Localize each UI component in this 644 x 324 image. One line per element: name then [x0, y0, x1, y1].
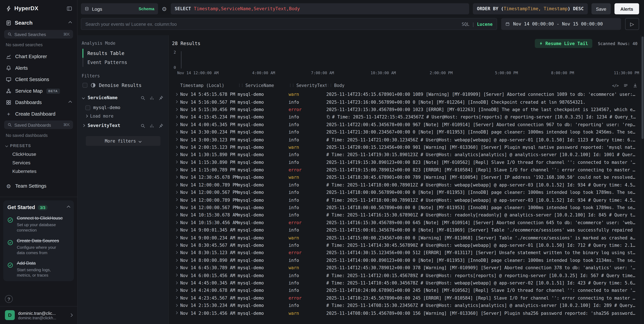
pin-icon[interactable]: [158, 95, 163, 100]
sidebar-item-team-settings[interactable]: ⚙ Team Settings: [0, 180, 77, 192]
expand-row-icon[interactable]: [172, 252, 180, 253]
sidebar-item-service-map[interactable]: Service Map BETA: [0, 85, 77, 97]
filter-group-severitytext[interactable]: SeverityText: [82, 120, 164, 131]
mode-event-patterns[interactable]: Event Patterns: [82, 58, 164, 67]
sidebar-item-alerts[interactable]: Alerts: [0, 62, 77, 74]
expand-row-icon[interactable]: [172, 169, 180, 170]
column-header-severitytext[interactable]: ⋮⋮SeverityText: [288, 83, 326, 88]
user-menu[interactable]: D dominic.tran@clic... dominic.tran@clic…: [0, 306, 77, 320]
sidebar-item-dashboards[interactable]: Dashboards: [0, 97, 77, 108]
copy-icon[interactable]: [326, 115, 330, 120]
source-select[interactable]: Logs Schema: [81, 3, 158, 14]
expand-row-icon[interactable]: [172, 124, 180, 126]
help-button[interactable]: ?: [5, 295, 12, 303]
expand-row-icon[interactable]: [172, 139, 180, 141]
drag-handle-icon[interactable]: ⋮⋮: [326, 83, 332, 87]
expand-row-icon[interactable]: [172, 101, 180, 103]
column-header-body[interactable]: ⋮⋮Body: [326, 83, 638, 88]
table-row[interactable]: Nov 14 1:30:15.890 PM mysql-demo info # …: [172, 151, 638, 159]
saved-searches-input[interactable]: Saved Searches ⌘K: [4, 30, 73, 38]
bar-chart-icon[interactable]: [149, 123, 154, 128]
table-row[interactable]: Nov 14 5:15:30.456 PM mysql-demo error 2…: [172, 106, 638, 113]
drag-handle-icon[interactable]: ⋮⋮: [238, 83, 243, 87]
expand-row-icon[interactable]: [172, 154, 180, 156]
table-row[interactable]: Nov 14 10:15:30.678 AM mysql-demo info #…: [172, 211, 638, 219]
create-dashboard-button[interactable]: + Create Dashboard: [0, 108, 77, 120]
preset-services[interactable]: Services: [0, 158, 77, 167]
table-row[interactable]: Nov 14 9:00:01.345 AM mysql-demo info 20…: [172, 226, 638, 234]
expand-row-icon[interactable]: [172, 244, 180, 246]
search-icon[interactable]: [140, 95, 145, 100]
time-range-picker[interactable]: Nov 14 00:00:00 - Nov 15 00:00:00: [501, 18, 621, 30]
table-row[interactable]: Nov 14 4:24:00.678 AM mysql-demo info 20…: [172, 287, 638, 294]
table-row[interactable]: Nov 14 2:00:15.456 AM mysql-demo warn 20…: [172, 309, 638, 317]
expand-row-icon[interactable]: [172, 109, 180, 110]
gear-icon[interactable]: ⚙: [162, 6, 167, 11]
expand-row-icon[interactable]: [172, 282, 180, 284]
alerts-button[interactable]: Alerts: [614, 3, 639, 14]
table-row[interactable]: Nov 14 12:00:00.789 PM mysql-demo info #…: [172, 181, 638, 188]
scrollbar-thumb[interactable]: [642, 36, 644, 139]
table-row[interactable]: Nov 14 8:00:00.890 AM mysql-demo info 20…: [172, 256, 638, 264]
denoise-checkbox[interactable]: [82, 83, 88, 88]
table-row[interactable]: Nov 14 9:00:00.234 AM mysql-demo warn 20…: [172, 234, 638, 241]
table-row[interactable]: Nov 14 3:00:30.123 PM mysql-demo info # …: [172, 136, 638, 144]
expand-row-icon[interactable]: [172, 206, 180, 208]
expand-row-icon[interactable]: [172, 267, 180, 269]
preset-clickhouse[interactable]: ClickHouse: [0, 150, 77, 158]
pin-icon[interactable]: [158, 123, 163, 128]
sidebar-item-chart-explorer[interactable]: Chart Explorer: [0, 51, 77, 62]
load-more-button[interactable]: Load more: [82, 112, 164, 120]
schema-badge[interactable]: Schema: [138, 6, 154, 11]
expand-row-icon[interactable]: [172, 199, 180, 201]
get-started-item-connect[interactable]: Connect to ClickHouse Set up your databa…: [8, 215, 70, 233]
order-by-input[interactable]: ORDER BY ( TimestampTime, Timestamp ) DE…: [473, 3, 588, 14]
table-row[interactable]: Nov 14 10:15:30.456 AM mysql-demo error …: [172, 219, 638, 226]
expand-row-icon[interactable]: [172, 131, 180, 133]
table-row[interactable]: Nov 14 4:45:00.345 AM mysql-demo info # …: [172, 279, 638, 287]
table-row[interactable]: Nov 14 2:00:15.123 PM mysql-demo warn 20…: [172, 144, 638, 151]
table-row[interactable]: Nov 14 5:45:15.678 PM mysql-demo warn 20…: [172, 91, 638, 98]
table-settings-icon[interactable]: [624, 83, 628, 87]
table-row[interactable]: Nov 14 2:15:30.234 AM mysql-demo info # …: [172, 302, 638, 309]
table-row[interactable]: Nov 14 1:15:00.789 PM mysql-demo error 2…: [172, 166, 638, 173]
event-search-input[interactable]: Search your events w/ Lucene ex. column:…: [81, 18, 497, 30]
expand-row-icon[interactable]: [172, 229, 180, 231]
mode-sql-toggle[interactable]: SQL: [462, 21, 469, 26]
expand-row-icon[interactable]: [172, 259, 180, 261]
table-row[interactable]: Nov 14 1:15:30.890 PM mysql-demo info 20…: [172, 158, 638, 166]
expand-row-icon[interactable]: [172, 184, 180, 186]
table-row[interactable]: Nov 14 8:30:15.123 AM mysql-demo error 2…: [172, 249, 638, 256]
filter-checkbox[interactable]: [86, 105, 90, 110]
sql-select-input[interactable]: SELECT Timestamp,ServiceName,SeverityTex…: [171, 3, 469, 14]
sidebar-item-search[interactable]: Search: [0, 15, 77, 29]
expand-row-icon[interactable]: [172, 146, 180, 148]
table-row[interactable]: Nov 14 4:15:45.234 PM mysql-demo info # …: [172, 113, 638, 121]
table-row[interactable]: Nov 14 5:16:00.567 PM mysql-demo info 20…: [172, 98, 638, 106]
mode-lucene-toggle[interactable]: Lucene: [477, 21, 493, 26]
expand-row-icon[interactable]: [172, 221, 180, 223]
saved-dashboards-input[interactable]: Saved Dashboards ⌘K: [4, 121, 73, 129]
chevron-up-icon[interactable]: [68, 21, 72, 24]
download-icon[interactable]: [633, 83, 638, 87]
presets-toggle[interactable]: PRESETS: [0, 139, 77, 150]
bar-chart-icon[interactable]: [149, 95, 154, 100]
get-started-toggle[interactable]: Get Started 3/3: [8, 204, 70, 210]
table-row[interactable]: Nov 14 4:23:45.567 AM mysql-demo error 2…: [172, 294, 638, 302]
expand-row-icon[interactable]: [172, 304, 180, 306]
expand-row-icon[interactable]: [172, 191, 180, 193]
expand-row-icon[interactable]: [172, 214, 180, 216]
expand-row-icon[interactable]: [172, 116, 180, 118]
expand-row-icon[interactable]: [172, 312, 180, 314]
get-started-item-add-data[interactable]: Add Data Start sending logs, metrics, or…: [8, 260, 70, 278]
preset-kubernetes[interactable]: Kubernetes: [0, 167, 77, 175]
more-filters-button[interactable]: More filters: [86, 136, 160, 146]
sidebar-item-client-sessions[interactable]: Client Sessions: [0, 74, 77, 85]
table-row[interactable]: Nov 14 8:30:45.567 AM mysql-demo info # …: [172, 241, 638, 249]
expand-row-icon[interactable]: [172, 94, 180, 95]
save-button[interactable]: Save: [592, 3, 611, 14]
table-row[interactable]: Nov 14 6:45:30.789 AM mysql-demo warn 20…: [172, 264, 638, 271]
drag-handle-icon[interactable]: ⋮⋮: [288, 83, 294, 87]
table-row[interactable]: Nov 14 12:30:45.678 PM mysql-demo warn 2…: [172, 173, 638, 181]
expand-row-icon[interactable]: [172, 237, 180, 238]
